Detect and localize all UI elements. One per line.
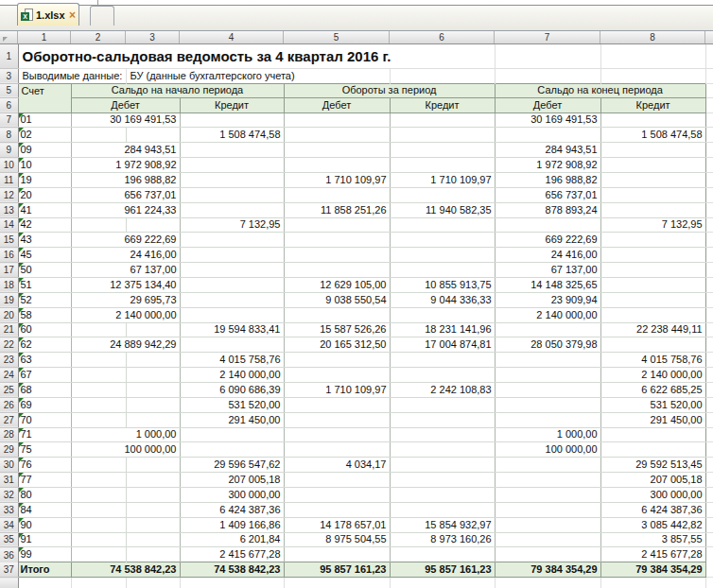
- cell-credit-closing[interactable]: 291 450,00: [600, 412, 705, 427]
- cell-account[interactable]: 62: [18, 337, 71, 353]
- cell-debit-opening-left[interactable]: [71, 547, 126, 562]
- row-header-26[interactable]: 26: [0, 397, 18, 412]
- row-header-34[interactable]: 34: [0, 517, 18, 532]
- empty-cell[interactable]: [390, 68, 495, 83]
- empty-cell[interactable]: [705, 68, 713, 83]
- cell-outside[interactable]: [705, 263, 713, 278]
- cell-debit-opening-left[interactable]: [71, 128, 126, 143]
- total-debit-closing[interactable]: 79 384 354,29: [495, 562, 600, 578]
- cell-debit-turnover[interactable]: 11 858 251,26: [284, 202, 390, 217]
- cell-credit-closing[interactable]: [600, 187, 705, 202]
- cell-outside[interactable]: [705, 397, 713, 412]
- cell-credit-turnover[interactable]: 10 855 913,75: [390, 277, 495, 292]
- cell-credit-turnover[interactable]: 1 710 109,97: [390, 172, 495, 187]
- cell-credit-opening[interactable]: 1 409 166,86: [180, 517, 284, 532]
- cell-outside[interactable]: [705, 158, 713, 173]
- row-header-16[interactable]: 16: [0, 248, 18, 263]
- cell-outside[interactable]: [705, 547, 713, 562]
- cell-credit-turnover[interactable]: 17 004 874,81: [390, 337, 495, 353]
- cell-debit-opening[interactable]: [126, 217, 180, 233]
- column-header-1[interactable]: 1: [18, 31, 71, 43]
- empty-cell[interactable]: [600, 68, 705, 83]
- cell-account[interactable]: 41: [18, 202, 71, 217]
- cell-debit-closing[interactable]: [495, 368, 600, 383]
- cell-debit-turnover[interactable]: [284, 112, 390, 128]
- cell-credit-opening[interactable]: 6 090 686,39: [180, 382, 284, 397]
- cell-credit-closing[interactable]: 531 520,00: [600, 397, 705, 412]
- cell-debit-closing[interactable]: [495, 487, 600, 502]
- cell-debit-opening[interactable]: 1 972 908,92: [71, 158, 180, 173]
- cell-debit-opening[interactable]: [126, 322, 180, 337]
- cell-credit-opening[interactable]: 300 000,00: [180, 487, 284, 502]
- cell-credit-opening[interactable]: 207 005,18: [180, 473, 284, 488]
- cell-account[interactable]: 09: [18, 143, 71, 158]
- empty-cell[interactable]: [705, 562, 713, 578]
- account-column-header[interactable]: Счет: [18, 83, 71, 112]
- cell-credit-turnover[interactable]: [390, 248, 495, 263]
- cell-account[interactable]: 45: [18, 248, 71, 263]
- report-title-cell[interactable]: Оборотно-сальдовая ведомость за 4 кварта…: [18, 44, 495, 68]
- cell-credit-closing[interactable]: [600, 202, 705, 217]
- cell-credit-turnover[interactable]: [390, 353, 495, 368]
- cell-credit-opening[interactable]: [180, 337, 284, 353]
- cell-outside[interactable]: [705, 143, 713, 158]
- cell-debit-turnover[interactable]: 12 629 105,00: [284, 277, 390, 292]
- cell-outside[interactable]: [705, 532, 713, 547]
- empty-cell[interactable]: [180, 578, 284, 588]
- cell-debit-opening[interactable]: [126, 368, 180, 383]
- cell-debit-opening[interactable]: [126, 412, 180, 427]
- cell-credit-opening[interactable]: 6 201,84: [180, 532, 284, 547]
- subcolumn-header-credit[interactable]: Кредит: [390, 97, 495, 112]
- cell-debit-turnover[interactable]: [284, 473, 390, 488]
- cell-debit-opening-left[interactable]: [71, 353, 126, 368]
- row-header-25[interactable]: 25: [0, 382, 18, 397]
- cell-credit-turnover[interactable]: [390, 128, 495, 143]
- cell-outside[interactable]: [705, 502, 713, 517]
- cell-account[interactable]: 70: [18, 412, 71, 427]
- cell-debit-closing[interactable]: 100 000,00: [495, 442, 600, 458]
- cell-outside[interactable]: [705, 217, 713, 233]
- cell-credit-opening[interactable]: 1 508 474,58: [180, 128, 284, 143]
- cell-credit-turnover[interactable]: 11 940 582,35: [390, 202, 495, 217]
- cell-credit-opening[interactable]: [180, 112, 284, 128]
- cell-credit-closing[interactable]: [600, 307, 705, 322]
- cell-credit-closing[interactable]: [600, 143, 705, 158]
- cell-debit-closing[interactable]: 878 893,24: [495, 202, 600, 217]
- cell-debit-turnover[interactable]: 20 165 312,50: [284, 337, 390, 353]
- cell-account[interactable]: 99: [18, 547, 71, 562]
- cell-credit-closing[interactable]: [600, 158, 705, 173]
- cell-debit-opening[interactable]: [126, 473, 180, 488]
- cell-credit-closing[interactable]: [600, 112, 705, 128]
- row-header-3[interactable]: 3: [0, 68, 18, 83]
- cell-debit-closing[interactable]: 669 222,69: [495, 233, 600, 248]
- cell-credit-closing[interactable]: [600, 263, 705, 278]
- cell-credit-turnover[interactable]: 2 242 108,83: [390, 382, 495, 397]
- cell-account[interactable]: 80: [18, 487, 71, 502]
- empty-cell[interactable]: [495, 68, 600, 83]
- new-tab[interactable]: [90, 6, 114, 26]
- subcolumn-header-credit[interactable]: Кредит: [180, 97, 284, 112]
- cell-debit-turnover[interactable]: [284, 412, 390, 427]
- cell-credit-opening[interactable]: 2 140 000,00: [180, 368, 284, 383]
- row-header-31[interactable]: 31: [0, 473, 18, 488]
- cell-credit-closing[interactable]: 300 000,00: [600, 487, 705, 502]
- cell-credit-closing[interactable]: 3 857,55: [600, 532, 705, 547]
- cell-credit-closing[interactable]: 22 238 449,11: [600, 322, 705, 337]
- cell-credit-opening[interactable]: [180, 248, 284, 263]
- cell-debit-turnover[interactable]: [284, 427, 390, 442]
- cell-credit-turnover[interactable]: 18 231 141,96: [390, 322, 495, 337]
- cell-outside[interactable]: [705, 337, 713, 353]
- cell-debit-turnover[interactable]: [284, 442, 390, 458]
- cell-outside[interactable]: [705, 427, 713, 442]
- cell-debit-turnover[interactable]: 15 587 526,26: [284, 322, 390, 337]
- cell-credit-turnover[interactable]: [390, 458, 495, 473]
- cell-debit-turnover[interactable]: [284, 502, 390, 517]
- cell-debit-opening[interactable]: [126, 382, 180, 397]
- cell-outside[interactable]: [705, 412, 713, 427]
- column-header-5[interactable]: 5: [284, 31, 390, 43]
- cell-account[interactable]: 43: [18, 233, 71, 248]
- cell-outside[interactable]: [705, 112, 713, 128]
- cell-credit-closing[interactable]: 4 015 758,76: [600, 353, 705, 368]
- row-header-32[interactable]: 32: [0, 487, 18, 502]
- cell-debit-opening[interactable]: 961 224,33: [71, 202, 180, 217]
